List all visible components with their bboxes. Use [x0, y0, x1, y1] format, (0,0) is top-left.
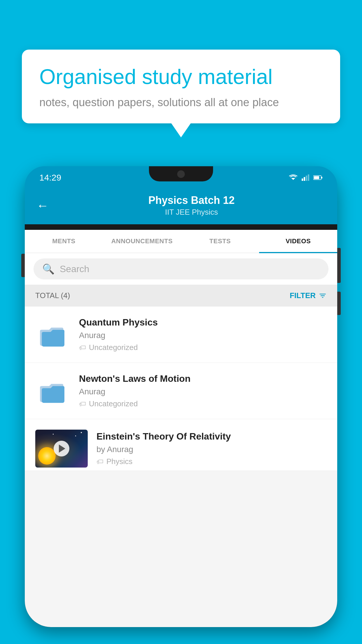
play-button[interactable] — [54, 441, 69, 456]
video-item-info: Newton's Laws of Motion Anurag 🏷 Uncateg… — [79, 373, 327, 408]
svg-rect-1 — [302, 178, 303, 181]
header-title: Physics Batch 12 — [57, 194, 326, 206]
video-tag: 🏷 Uncategorized — [79, 399, 327, 408]
video-author: Anurag — [79, 387, 327, 396]
folder-icon — [38, 376, 67, 405]
video-thumbnail — [35, 430, 88, 468]
camera — [177, 170, 185, 178]
svg-rect-7 — [314, 176, 319, 179]
video-title: Einstein's Theory Of Relativity — [96, 431, 327, 442]
phone-notch — [149, 166, 213, 181]
search-bar[interactable]: 🔍 Search — [34, 258, 328, 279]
list-item[interactable]: Newton's Laws of Motion Anurag 🏷 Uncateg… — [25, 363, 337, 419]
video-tag: 🏷 Uncategorized — [79, 343, 327, 352]
signal-icon — [302, 174, 309, 181]
svg-rect-4 — [308, 174, 309, 181]
tag-icon: 🏷 — [79, 344, 86, 352]
list-item[interactable]: Einstein's Theory Of Relativity by Anura… — [25, 419, 337, 471]
video-author: by Anurag — [96, 445, 327, 454]
svg-rect-3 — [306, 176, 307, 181]
tab-tests[interactable]: TESTS — [181, 230, 259, 253]
tag-icon: 🏷 — [79, 400, 86, 408]
svg-rect-11 — [42, 388, 65, 403]
svg-rect-6 — [321, 177, 322, 178]
search-placeholder: Search — [60, 264, 89, 274]
filter-label: FILTER — [290, 291, 316, 300]
video-tag: 🏷 Physics — [96, 457, 327, 466]
search-container: 🔍 Search — [25, 253, 337, 285]
header-subtitle: IIT JEE Physics — [57, 208, 326, 217]
play-triangle — [59, 444, 65, 453]
play-overlay — [35, 430, 88, 468]
phone-screen: 🔍 Search TOTAL (4) FILTER — [25, 253, 337, 627]
tabs-bar: MENTS ANNOUNCEMENTS TESTS VIDEOS — [25, 230, 337, 253]
list-item[interactable]: Quantum Physics Anurag 🏷 Uncategorized — [25, 307, 337, 363]
back-button[interactable]: ← — [36, 199, 49, 213]
filter-icon — [319, 292, 327, 300]
tab-videos[interactable]: VIDEOS — [259, 230, 337, 253]
status-time: 14:29 — [39, 173, 61, 183]
total-label: TOTAL (4) — [35, 291, 70, 300]
video-item-info: Quantum Physics Anurag 🏷 Uncategorized — [79, 317, 327, 352]
folder-icon — [38, 320, 67, 349]
svg-marker-0 — [291, 178, 295, 180]
folder-thumbnail — [35, 375, 70, 407]
power-button-2 — [337, 292, 341, 315]
header-title-group: Physics Batch 12 IIT JEE Physics — [57, 194, 326, 217]
filter-bar: TOTAL (4) FILTER — [25, 285, 337, 307]
bubble-title: Organised study material — [39, 64, 323, 89]
status-icons — [289, 174, 323, 181]
video-title: Quantum Physics — [79, 317, 327, 328]
search-icon: 🔍 — [42, 263, 55, 275]
power-button — [337, 248, 341, 283]
speech-bubble: Organised study material notes, question… — [22, 50, 340, 123]
volume-button — [21, 254, 25, 277]
bubble-subtitle: notes, question papers, solutions all at… — [39, 96, 323, 109]
video-item-info: Einstein's Theory Of Relativity by Anura… — [96, 431, 327, 466]
app-header: ← Physics Batch 12 IIT JEE Physics — [25, 186, 337, 224]
filter-button[interactable]: FILTER — [290, 291, 327, 300]
tag-icon: 🏷 — [96, 458, 103, 466]
video-author: Anurag — [79, 331, 327, 340]
folder-thumbnail — [35, 318, 70, 351]
video-list: Quantum Physics Anurag 🏷 Uncategorized — [25, 307, 337, 471]
wifi-icon — [289, 174, 298, 181]
video-title: Newton's Laws of Motion — [79, 373, 327, 384]
tab-announcements[interactable]: ANNOUNCEMENTS — [103, 230, 181, 253]
battery-icon — [313, 175, 323, 180]
tab-ments[interactable]: MENTS — [25, 230, 103, 253]
phone-frame: 14:29 — [25, 166, 337, 644]
svg-rect-2 — [304, 177, 305, 181]
svg-rect-9 — [42, 332, 65, 346]
